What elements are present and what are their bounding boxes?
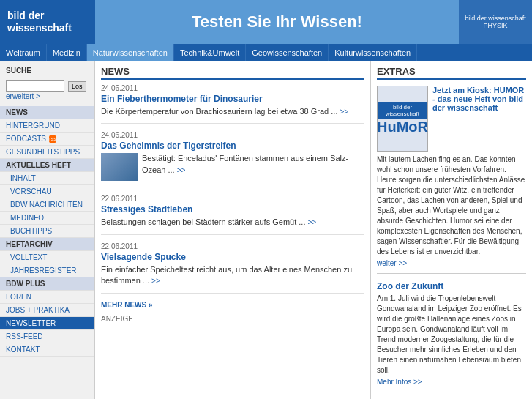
zoo-more-link[interactable]: Mehr Infos >> [377,378,526,386]
main-layout: SUCHE Los erweitert > NEWSHINTERGRUNDPOD… [0,61,532,399]
news-text: Belastungen schlagen bei Städtern stärke… [101,217,364,228]
banner-image[interactable]: bild der wissenschaft PHYSIK [459,0,532,44]
news-title[interactable]: Vielsagende Spucke [101,252,364,262]
sidebar-link-heftarchiv[interactable]: HEFTARCHIV [0,238,94,251]
banner-area[interactable]: Testen Sie Ihr Wissen! [95,0,459,44]
nav-item-naturwissenschaften[interactable]: Naturwissenschaften [87,44,174,61]
nav-item-kulturwissenschaften[interactable]: Kulturwissenschaften [329,44,417,61]
sidebar-link-kontakt[interactable]: KONTAKT [0,343,94,357]
search-form: Los erweitert > [0,77,94,103]
nav-item-weltraum[interactable]: Weltraum [0,44,47,61]
extras-headline[interactable]: Jetzt am Kiosk: HUMOR - das neue Heft vo… [432,86,526,112]
logo-line1: bild der [7,10,72,22]
sidebar-link-inhalt[interactable]: INHALT [0,172,94,185]
humor-title: HuMoR [377,119,428,135]
news-section-title: NEWS [101,66,364,80]
sidebar-link-buchtipps[interactable]: BUCHTIPPS [0,225,94,238]
logo-line2: wissenschaft [7,22,72,34]
logo-area: bild der wissenschaft [0,0,95,44]
news-title[interactable]: Ein Fieberthermometer für Dinosaurier [101,94,364,104]
sidebar-link-news[interactable]: NEWS [0,106,94,119]
mehr-news-link[interactable]: MEHR NEWS » [101,301,364,309]
extras-feature-body: Mit lautem Lachen fing es an. Das konnte… [377,154,526,257]
news-column: NEWS 24.06.2011Ein Fieberthermometer für… [95,61,371,399]
news-body: Ein einfacher Speicheltest reicht aus, u… [101,264,364,287]
news-more-link[interactable]: >> [151,277,160,285]
zoo-title[interactable]: Zoo der Zukunft [377,281,526,291]
sidebar-link-bdw-plus[interactable]: BDW PLUS [0,277,94,291]
zoo-section: Zoo der ZukunftAm 1. Juli wird die Trope… [377,281,526,392]
news-body: Die Körpertemperatur von Brachiosauriern… [101,106,364,117]
nav-item-medizin[interactable]: Medizin [47,44,87,61]
news-text: Bestätigt: Enceladus' Fontänen stammen a… [142,153,364,176]
sidebar-link-aktuelles-heft[interactable]: AKTUELLES HEFT [0,159,94,172]
sidebar-link-podcasts[interactable]: PODCASTSrss [0,133,94,146]
header: bild der wissenschaft Testen Sie Ihr Wis… [0,0,532,44]
sidebar-link-newsletter[interactable]: NEWSLETTER [0,317,94,330]
humor-magazine-cover[interactable]: bild der wissenschaftHuMoR [377,86,428,152]
sidebar-link-jahresregister[interactable]: JAHRESREGISTER [0,264,94,277]
rss-icon: rss [49,135,56,143]
sidebar-link-hintergrund[interactable]: HINTERGRUND [0,119,94,133]
news-date: 22.06.2011 [101,195,364,203]
sidebar-link-jobs---praktika[interactable]: JOBS + PRAKTIKA [0,304,94,317]
navbar: WeltraumMedizinNaturwissenschaftenTechni… [0,44,532,61]
sidebar: SUCHE Los erweitert > NEWSHINTERGRUNDPOD… [0,61,95,399]
banner-image-label: bild der wissenschaft PHYSIK [462,15,529,29]
news-title[interactable]: Stressiges Stadtleben [101,204,364,215]
banner-text: Testen Sie Ihr Wissen! [192,12,362,31]
erweitert-link[interactable]: erweitert > [6,92,40,100]
search-input[interactable] [6,80,64,92]
sidebar-link-rss-feed[interactable]: RSS-FEED [0,330,94,343]
extras-feature-right: Jetzt am Kiosk: HUMOR - das neue Heft vo… [432,86,526,152]
news-item: 24.06.2011Ein Fieberthermometer für Dino… [101,84,364,124]
search-label: SUCHE [0,64,94,77]
news-more-link[interactable]: >> [308,218,317,226]
news-text: Die Körpertemperatur von Brachiosauriern… [101,106,364,117]
zoo-body: Am 1. Juli wird die Tropenlebenswelt Gon… [377,294,526,376]
sidebar-link-foren[interactable]: FOREN [0,291,94,304]
extras-feature-top: bild der wissenschaftHuMoRJetzt am Kiosk… [377,86,526,152]
sidebar-link-bdw-nachrichten[interactable]: BDW NACHRICHTEN [0,198,94,212]
news-text: Ein einfacher Speicheltest reicht aus, u… [101,264,364,287]
news-more-link[interactable]: >> [340,108,349,116]
extras-feature: bild der wissenschaftHuMoRJetzt am Kiosk… [377,86,526,274]
news-more-link[interactable]: >> [177,166,186,174]
extras-column: EXTRAS bild der wissenschaftHuMoRJetzt a… [371,61,532,399]
extras-feature-more[interactable]: weiter >> [377,259,526,267]
news-body: Bestätigt: Enceladus' Fontänen stammen a… [101,153,364,181]
sidebar-link-volltext[interactable]: VOLLTEXT [0,251,94,264]
search-button[interactable]: Los [68,81,86,92]
logo[interactable]: bild der wissenschaft [7,10,72,34]
news-body: Belastungen schlagen bei Städtern stärke… [101,217,364,228]
nav-item-geowissenschaften[interactable]: Geowissenschaften [246,44,329,61]
nav-item-technik-umwelt[interactable]: Technik&Umwelt [174,44,246,61]
news-date: 24.06.2011 [101,84,364,92]
content: NEWS 24.06.2011Ein Fieberthermometer für… [95,61,532,399]
news-title[interactable]: Das Geheimnis der Tigerstreifen [101,141,364,151]
news-item: 24.06.2011Das Geheimnis der Tigerstreife… [101,131,364,187]
sidebar-link-gesundheitstipps[interactable]: GESUNDHEITSTIPPS [0,146,94,159]
humor-mag-header: bild der wissenschaft [378,102,427,119]
search-section: SUCHE Los erweitert > [0,61,94,106]
news-item: 22.06.2011Vielsagende SpuckeEin einfache… [101,242,364,294]
anzeige-label: ANZEIGE [101,315,364,323]
sidebar-link-medinfo[interactable]: MEDINFO [0,212,94,225]
extras-section-title: EXTRAS [377,66,526,80]
news-date: 22.06.2011 [101,242,364,250]
news-date: 24.06.2011 [101,131,364,139]
sidebar-link-vorschau[interactable]: VORSCHAU [0,185,94,198]
news-item: 22.06.2011Stressiges StadtlebenBelastung… [101,195,364,234]
news-thumbnail [101,153,138,181]
